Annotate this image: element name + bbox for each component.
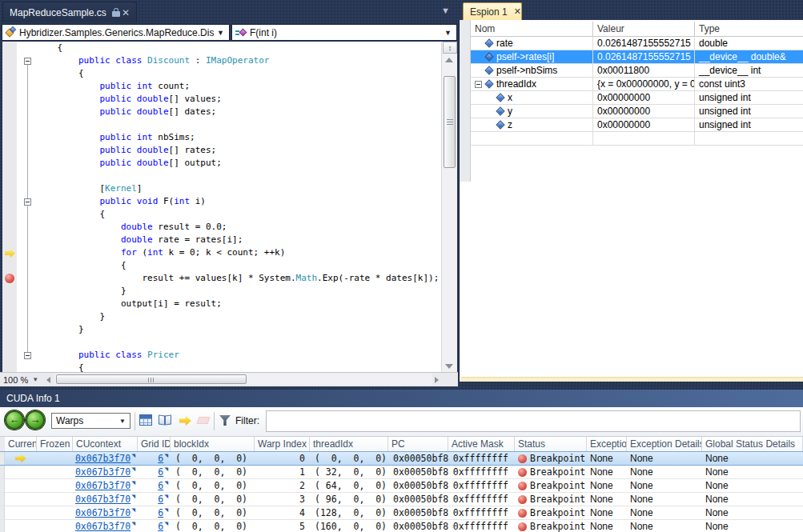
goto-icon[interactable]: ◥	[131, 479, 135, 490]
expand-collapse-icon[interactable]	[475, 81, 482, 88]
grid-id-link[interactable]: 6	[158, 506, 163, 519]
code-line[interactable]: for (int k = 0; k < count; ++k)	[2, 246, 441, 259]
watch-row[interactable]: pself->rates[i]0.0261487155552715__devic…	[471, 50, 803, 64]
tab-list-dropdown-icon[interactable]: ▼	[441, 6, 450, 15]
code-line[interactable]: public int count;	[2, 80, 441, 93]
cuda-warp-row[interactable]: 0x067b3f70◥6◥( 0, 0, 0)2( 64, 0, 0)0x000…	[0, 479, 803, 493]
book-icon[interactable]	[159, 414, 173, 426]
code-line[interactable]: public class Discount : IMapOperator	[2, 54, 441, 67]
code-line[interactable]: public int nbSims;	[2, 131, 441, 144]
code-line[interactable]: output[i] = result;	[2, 298, 441, 310]
code-line[interactable]: {	[2, 208, 441, 221]
scroll-down-icon[interactable]	[445, 364, 453, 369]
column-header-exception[interactable]: Exception	[587, 437, 627, 451]
goto-icon[interactable]: ◥	[131, 520, 135, 530]
watch-column-header-type[interactable]: Type	[695, 22, 803, 36]
column-header-pc[interactable]: PC	[388, 437, 448, 451]
editor-vertical-scrollbar[interactable]: ↕	[441, 42, 457, 372]
code-line[interactable]: {	[2, 42, 441, 54]
goto-icon[interactable]: ◥	[164, 520, 168, 530]
close-icon[interactable]: ✕	[122, 8, 130, 18]
code-line[interactable]	[2, 170, 441, 182]
column-header-active-mask[interactable]: Active Mask	[448, 437, 515, 451]
code-line[interactable]: public double[] output;	[2, 157, 441, 170]
cucontext-link[interactable]: 0x067b3f70	[75, 520, 130, 532]
watch-row[interactable]	[471, 132, 803, 146]
breakpoint-icon[interactable]	[5, 274, 14, 283]
code-line[interactable]: public double[] rates;	[2, 144, 441, 157]
column-header-threadidx[interactable]: threadIdx	[310, 437, 388, 451]
cucontext-link[interactable]: 0x067b3f70	[75, 479, 130, 492]
scroll-up-icon[interactable]	[445, 58, 453, 62]
view-selector-dropdown[interactable]: Warps ▼	[51, 413, 130, 429]
code-line[interactable]: public double[] values;	[2, 93, 441, 106]
goto-icon[interactable]: ◥	[131, 506, 135, 517]
watch-row[interactable]: rate0.0261487155552715double	[471, 37, 803, 50]
grid-view-icon[interactable]	[139, 414, 152, 426]
watch-row[interactable]: z0x00000000unsigned int	[471, 118, 803, 132]
cucontext-link[interactable]: 0x067b3f70	[75, 493, 130, 506]
code-line[interactable]	[2, 336, 441, 349]
watch-column-header-nom[interactable]: Nom	[471, 22, 593, 36]
cucontext-link[interactable]: 0x067b3f70	[75, 452, 130, 465]
splitter-handle-icon[interactable]: ↕	[443, 42, 457, 54]
watch-row[interactable]: threadIdx{x = 0x00000000, y = 0x0const u…	[471, 78, 803, 91]
collapse-toggle-icon[interactable]	[24, 352, 31, 359]
collapse-toggle-icon[interactable]	[24, 198, 31, 206]
vertical-scrollbar-thumb[interactable]	[444, 76, 456, 168]
scroll-right-icon[interactable]	[435, 377, 439, 383]
code-line[interactable]: public class Pricer	[2, 349, 441, 362]
goto-icon[interactable]: ◥	[164, 506, 168, 517]
column-header-cucontext[interactable]: CUcontext	[73, 437, 138, 451]
watch-row[interactable]: y0x00000000unsigned int	[471, 105, 803, 118]
goto-icon[interactable]: ◥	[164, 452, 168, 462]
cucontext-link[interactable]: 0x067b3f70	[75, 466, 130, 478]
code-line[interactable]: }	[2, 323, 441, 336]
goto-icon[interactable]: ◥	[164, 479, 168, 490]
grid-id-link[interactable]: 6	[158, 452, 163, 465]
watch-column-header-valeur[interactable]: Valeur	[593, 22, 695, 36]
goto-icon[interactable]: ◥	[131, 452, 135, 462]
code-line[interactable]: [Kernel]	[2, 182, 441, 195]
cuda-warp-row[interactable]: 0x067b3f70◥6◥( 0, 0, 0)0( 0, 0, 0)0x0005…	[0, 451, 803, 466]
tab-espion-1[interactable]: Espion 1 ✕	[463, 2, 522, 20]
cuda-warp-row[interactable]: 0x067b3f70◥6◥( 0, 0, 0)4(128, 0, 0)0x000…	[0, 506, 803, 520]
type-dropdown[interactable]: Hybridizer.Samples.Generics.MapReduce.Di…	[2, 24, 230, 41]
column-header-exception-details[interactable]: Exception Details	[627, 437, 702, 451]
column-header-status[interactable]: Status	[515, 437, 587, 451]
goto-icon[interactable]: ◥	[131, 493, 135, 503]
column-header-frozen[interactable]: Frozen	[37, 437, 73, 451]
code-line[interactable]: double rate = rates[i];	[2, 234, 441, 246]
filter-input[interactable]	[266, 410, 801, 432]
column-header-current[interactable]: Current	[5, 437, 37, 451]
column-header-warp-index[interactable]: Warp Index	[255, 437, 310, 451]
code-line[interactable]: {	[2, 67, 441, 80]
grid-id-link[interactable]: 6	[158, 520, 163, 532]
column-header-grid-id[interactable]: Grid ID	[138, 437, 171, 451]
grid-id-link[interactable]: 6	[158, 493, 163, 506]
cuda-panel-title[interactable]: CUDA Info 1	[0, 390, 803, 407]
eraser-icon[interactable]	[197, 417, 211, 424]
code-line[interactable]: result += values[k] * System.Math.Exp(-r…	[2, 272, 441, 285]
scroll-left-icon[interactable]	[46, 377, 50, 383]
column-header-blockidx[interactable]: blockIdx	[171, 437, 255, 451]
navigate-back-button[interactable]: ←	[5, 410, 24, 430]
collapse-toggle-icon[interactable]	[24, 58, 31, 65]
cuda-warp-row[interactable]: 0x067b3f70◥6◥( 0, 0, 0)5(160, 0, 0)0x000…	[0, 520, 803, 532]
zoom-level-dropdown[interactable]: 100 % ▼	[3, 374, 43, 386]
member-dropdown[interactable]: F(int i) ▼	[231, 24, 457, 41]
watch-row[interactable]: x0x00000000unsigned int	[471, 91, 803, 105]
code-line[interactable]: }	[2, 285, 441, 298]
code-editor[interactable]: { public class Discount : IMapOperator {…	[2, 42, 441, 372]
grid-id-link[interactable]: 6	[158, 466, 163, 478]
cuda-warp-row[interactable]: 0x067b3f70◥6◥( 0, 0, 0)3( 96, 0, 0)0x000…	[0, 493, 803, 506]
code-line[interactable]: public void F(int i)	[2, 195, 441, 208]
document-tab[interactable]: MapReduceSample.cs ✕	[2, 2, 137, 22]
code-line[interactable]: double result = 0.0;	[2, 221, 441, 234]
code-line[interactable]: public double[] dates;	[2, 106, 441, 118]
goto-icon[interactable]: ◥	[164, 466, 168, 476]
editor-horizontal-scrollbar[interactable]	[54, 374, 432, 385]
watch-row[interactable]: pself->nbSims0x00011800__device__ int	[471, 64, 803, 78]
cucontext-link[interactable]: 0x067b3f70	[75, 506, 130, 519]
grid-id-link[interactable]: 6	[158, 479, 163, 492]
